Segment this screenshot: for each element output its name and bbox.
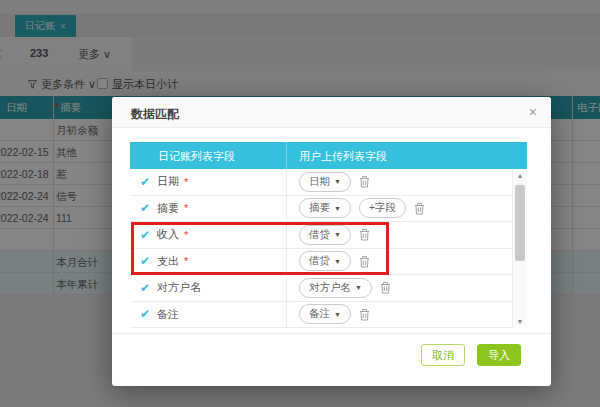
mapping-row-counterparty: ✔ 对方户名 对方户名▼ bbox=[130, 275, 527, 302]
cancel-button[interactable]: 取消 bbox=[421, 344, 465, 366]
delete-mapping-button[interactable] bbox=[359, 255, 370, 268]
mapping-row-date: ✔ 日期 * 日期▼ bbox=[130, 169, 527, 196]
delete-mapping-button[interactable] bbox=[359, 228, 370, 241]
date-field-dropdown[interactable]: 日期▼ bbox=[299, 172, 351, 192]
import-button[interactable]: 导入 bbox=[477, 344, 521, 366]
delete-mapping-button[interactable] bbox=[359, 175, 370, 188]
check-icon: ✔ bbox=[140, 281, 150, 295]
chevron-down-icon: ▼ bbox=[334, 205, 341, 212]
mapping-row-income: ✔ 收入 * 借贷▼ bbox=[130, 222, 527, 249]
mapping-table-header: 日记账列表字段 用户上传列表字段 bbox=[130, 142, 527, 169]
delete-mapping-button[interactable] bbox=[359, 308, 370, 321]
check-icon: ✔ bbox=[140, 201, 150, 215]
field-mapping-table: 日记账列表字段 用户上传列表字段 ✔ 日期 * 日期▼ ✔ 摘要 * 摘要▼ bbox=[130, 142, 527, 328]
dialog-header: 数据匹配 × bbox=[112, 97, 551, 128]
chevron-down-icon: ▼ bbox=[334, 258, 341, 265]
summary-field-dropdown[interactable]: 摘要▼ bbox=[299, 198, 351, 218]
scrollbar-thumb[interactable] bbox=[515, 185, 525, 261]
counterparty-field-dropdown[interactable]: 对方户名▼ bbox=[299, 278, 372, 298]
mapping-row-summary: ✔ 摘要 * 摘要▼ +字段 bbox=[130, 196, 527, 223]
dialog-scrollbar[interactable]: ▲ ▼ bbox=[512, 169, 527, 328]
mapping-row-note: ✔ 备注 备注▼ bbox=[130, 302, 527, 329]
header-journal-fields: 日记账列表字段 bbox=[130, 142, 287, 169]
dialog-close-icon[interactable]: × bbox=[529, 104, 537, 120]
check-icon: ✔ bbox=[140, 228, 150, 242]
dialog-footer: 取消 导入 bbox=[112, 333, 551, 386]
add-field-button[interactable]: +字段 bbox=[359, 198, 406, 218]
check-icon: ✔ bbox=[140, 307, 150, 321]
expense-field-dropdown[interactable]: 借贷▼ bbox=[299, 251, 351, 271]
chevron-down-icon: ▼ bbox=[355, 284, 362, 291]
mapping-row-expense: ✔ 支出 * 借贷▼ bbox=[130, 249, 527, 276]
delete-mapping-button[interactable] bbox=[380, 281, 391, 294]
scroll-down-icon[interactable]: ▼ bbox=[513, 318, 527, 325]
check-icon: ✔ bbox=[140, 175, 150, 189]
chevron-down-icon: ▼ bbox=[334, 231, 341, 238]
chevron-down-icon: ▼ bbox=[334, 311, 341, 318]
check-icon: ✔ bbox=[140, 254, 150, 268]
header-upload-fields: 用户上传列表字段 bbox=[287, 142, 527, 169]
dialog-title: 数据匹配 bbox=[131, 106, 179, 123]
note-field-dropdown[interactable]: 备注▼ bbox=[299, 304, 351, 324]
income-field-dropdown[interactable]: 借贷▼ bbox=[299, 225, 351, 245]
data-match-dialog: 数据匹配 × 日记账列表字段 用户上传列表字段 ✔ 日期 * 日期▼ ✔ 摘要 bbox=[112, 97, 551, 386]
scroll-up-icon[interactable]: ▲ bbox=[513, 172, 527, 179]
delete-mapping-button[interactable] bbox=[414, 202, 425, 215]
chevron-down-icon: ▼ bbox=[334, 178, 341, 185]
